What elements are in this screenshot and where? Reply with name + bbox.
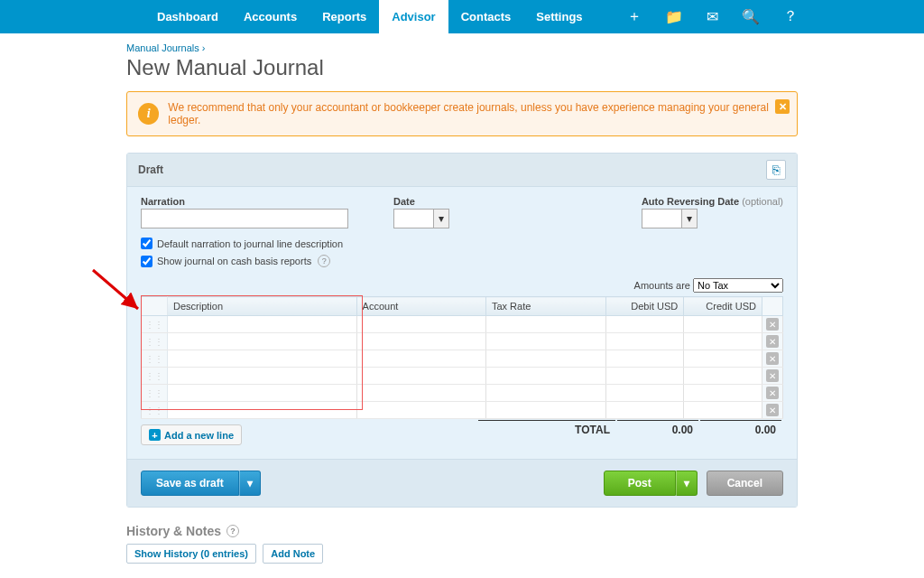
page-title: New Manual Journal xyxy=(126,55,798,80)
add-note-button[interactable]: Add Note xyxy=(263,544,323,564)
autorev-input[interactable] xyxy=(642,209,681,228)
total-credit: 0.00 xyxy=(700,420,781,439)
status-label: Draft xyxy=(138,163,163,176)
panel-header: Draft ⎘ xyxy=(127,154,797,187)
plus-icon[interactable]: ＋ xyxy=(627,7,642,26)
amounts-select[interactable]: No Tax xyxy=(693,278,783,293)
cell-debit[interactable] xyxy=(605,316,683,333)
total-debit: 0.00 xyxy=(617,420,698,439)
cancel-button[interactable]: Cancel xyxy=(707,471,783,496)
drag-handle-icon[interactable]: ⋮⋮ xyxy=(145,388,163,398)
drag-handle-icon[interactable]: ⋮⋮ xyxy=(145,337,163,347)
tab-advisor[interactable]: Advisor xyxy=(379,0,448,33)
info-alert: i We recommend that only your accountant… xyxy=(126,91,798,136)
cell-credit[interactable] xyxy=(684,368,762,385)
breadcrumb-parent[interactable]: Manual Journals xyxy=(126,42,199,53)
delete-row-icon[interactable]: ✕ xyxy=(766,318,779,331)
alert-close-icon[interactable]: ✕ xyxy=(775,99,790,114)
info-icon: i xyxy=(138,103,159,125)
tab-settings[interactable]: Settings xyxy=(523,0,595,33)
cell-credit[interactable] xyxy=(684,333,762,350)
breadcrumb: Manual Journals › xyxy=(126,42,798,53)
cell-account[interactable] xyxy=(356,316,485,333)
cell-debit[interactable] xyxy=(605,368,683,385)
amounts-row: Amounts are No Tax xyxy=(141,278,783,293)
date-field: Date ▾ xyxy=(393,196,449,228)
cell-taxrate[interactable] xyxy=(485,368,605,385)
add-line-button[interactable]: + Add a new line xyxy=(141,424,242,445)
cell-description[interactable] xyxy=(168,316,357,333)
cell-credit[interactable] xyxy=(684,316,762,333)
delete-row-icon[interactable]: ✕ xyxy=(766,369,779,382)
post-dropdown[interactable]: ▾ xyxy=(676,471,698,496)
cell-debit[interactable] xyxy=(605,333,683,350)
help-circle-icon[interactable]: ? xyxy=(226,525,239,537)
default-narration-checkbox[interactable] xyxy=(141,238,152,249)
delete-row-icon[interactable]: ✕ xyxy=(766,404,779,416)
plus-square-icon: + xyxy=(149,429,161,441)
tab-reports[interactable]: Reports xyxy=(310,0,379,33)
col-taxrate: Tax Rate xyxy=(485,297,605,316)
cell-account[interactable] xyxy=(356,333,485,350)
cell-account[interactable] xyxy=(356,350,485,368)
autorev-label: Auto Reversing Date (optional) xyxy=(642,196,783,207)
autorev-field: Auto Reversing Date (optional) ▾ xyxy=(642,196,783,228)
help-icon[interactable]: ？ xyxy=(783,7,798,26)
alert-text: We recommend that only your accountant o… xyxy=(168,101,786,126)
table-row: ⋮⋮✕ xyxy=(142,402,783,419)
date-input[interactable] xyxy=(393,209,433,228)
cell-taxrate[interactable] xyxy=(485,333,605,350)
cell-debit[interactable] xyxy=(605,385,683,402)
delete-row-icon[interactable]: ✕ xyxy=(766,352,779,365)
tab-contacts[interactable]: Contacts xyxy=(448,0,524,33)
save-draft-button[interactable]: Save as draft xyxy=(141,471,239,496)
delete-row-icon[interactable]: ✕ xyxy=(766,387,779,399)
drag-handle-icon[interactable]: ⋮⋮ xyxy=(145,406,163,415)
cell-credit[interactable] xyxy=(684,385,762,402)
tab-dashboard[interactable]: Dashboard xyxy=(144,0,231,33)
cell-account[interactable] xyxy=(356,385,485,402)
cell-credit[interactable] xyxy=(684,350,762,368)
cell-account[interactable] xyxy=(356,368,485,385)
cell-description[interactable] xyxy=(168,385,357,402)
cell-taxrate[interactable] xyxy=(485,316,605,333)
folder-icon[interactable]: 📁 xyxy=(665,8,683,25)
cell-account[interactable] xyxy=(356,402,485,419)
cash-basis-checkbox[interactable] xyxy=(141,256,152,267)
cell-taxrate[interactable] xyxy=(485,350,605,368)
lines-grid-wrap: Description Account Tax Rate Debit USD C… xyxy=(141,296,783,419)
show-history-button[interactable]: Show History (0 entries) xyxy=(126,544,256,564)
autorev-picker-button[interactable]: ▾ xyxy=(681,209,698,228)
cell-debit[interactable] xyxy=(605,402,683,419)
table-row: ⋮⋮✕ xyxy=(142,316,783,333)
delete-row-icon[interactable]: ✕ xyxy=(766,335,779,348)
table-row: ⋮⋮✕ xyxy=(142,333,783,350)
mail-icon[interactable]: ✉ xyxy=(707,8,718,25)
drag-handle-icon[interactable]: ⋮⋮ xyxy=(145,320,163,330)
col-description: Description xyxy=(168,297,357,316)
date-label: Date xyxy=(393,196,449,207)
help-circle-icon[interactable]: ? xyxy=(318,255,330,267)
tab-accounts[interactable]: Accounts xyxy=(231,0,310,33)
col-debit: Debit USD xyxy=(605,297,683,316)
search-icon[interactable]: 🔍 xyxy=(742,8,760,25)
save-draft-dropdown[interactable]: ▾ xyxy=(239,471,261,496)
cell-debit[interactable] xyxy=(605,350,683,368)
narration-input[interactable] xyxy=(141,209,348,228)
col-account: Account xyxy=(356,297,485,316)
cell-description[interactable] xyxy=(168,350,357,368)
journal-panel: Draft ⎘ Narration Date ▾ Auto R xyxy=(126,153,798,508)
cell-description[interactable] xyxy=(168,368,357,385)
drag-handle-icon[interactable]: ⋮⋮ xyxy=(145,371,163,381)
cell-taxrate[interactable] xyxy=(485,402,605,419)
cell-description[interactable] xyxy=(168,402,357,419)
post-button[interactable]: Post xyxy=(604,471,676,496)
drag-handle-icon[interactable]: ⋮⋮ xyxy=(145,354,163,364)
cell-taxrate[interactable] xyxy=(485,385,605,402)
cell-description[interactable] xyxy=(168,333,357,350)
date-picker-button[interactable]: ▾ xyxy=(433,209,449,228)
default-narration-check: Default narration to journal line descri… xyxy=(141,238,783,249)
cell-credit[interactable] xyxy=(684,402,762,419)
panel-footer: Save as draft ▾ Post ▾ Cancel xyxy=(127,459,797,507)
copy-icon[interactable]: ⎘ xyxy=(766,160,786,180)
